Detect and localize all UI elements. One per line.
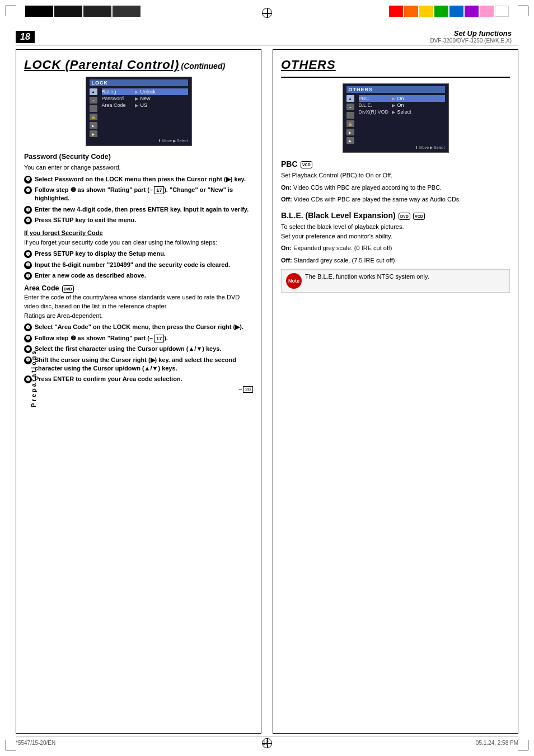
others-row-arrow-divxvod: ▶ [392,110,395,115]
areacode-step-3-text: Select the first character using the Cur… [35,345,222,353]
pbc-heading: PBC [281,159,298,168]
step-num-1: ❶ [24,176,32,184]
bar-pink [480,6,494,17]
pbc-intro: Set Playback Control (PBC) to On or Off. [281,171,510,180]
registration-circle-top [262,8,272,18]
bar-black-1 [25,6,53,17]
footer-right: 05.1.24, 2:58 PM [476,740,518,746]
lock-menu-row-password: Password ▶ New [102,95,188,102]
others-divider [281,77,510,78]
lock-row-arrow-areacode: ▶ [135,103,138,108]
others-menu-icon-2: 📼 [346,104,354,110]
others-row-value-pbc: On [397,96,404,101]
areacode-steps-list: ❶ Select "Area Code" on the LOCK menu, t… [24,323,253,384]
password-step-2-text: Follow step ❷ as shown "Rating" part (–1… [35,186,253,203]
pbc-off-label: Off: [281,196,292,203]
areacode-heading: Area Code [24,284,59,292]
forget-steps-list: ❶ Press SETUP key to display the Setup m… [24,250,253,280]
bar-white [495,6,509,17]
menu-icon-3 [90,105,97,112]
note-icon: Note [286,273,302,289]
password-step-3: ❸ Enter the new 4-digit code, then press… [24,205,253,214]
bar-yellow [419,6,433,17]
password-step-1: ❶ Select Password on the LOCK menu then … [24,175,253,184]
pbc-on-label: On: [281,184,292,191]
areacode-step-num-5: ❺ [24,375,32,383]
forget-step-2-text: Input the 6-digit number "210499" and th… [35,261,230,269]
password-steps-list: ❶ Select Password on the LOCK menu then … [24,175,253,225]
bar-black-3 [83,6,111,17]
ble-heading: B.L.E. (Black Level Expansion) [281,211,396,220]
menu-icon-6: ▶ [90,130,97,137]
lock-menu-header: LOCK [90,79,188,86]
note-text: The B.L.E. function works NTSC system on… [305,273,429,280]
corner-mark-br [518,740,528,750]
password-intro: You can enter or change password. [24,163,253,172]
others-menu-icon-4: 🔒 [346,120,354,127]
color-bars-right [389,6,509,17]
ble-intro: To select the black level of playback pi… [281,222,510,241]
others-menu-row-pbc: PBC ▶ On [359,95,445,102]
ble-off-desc: Standard grey scale. (7.5 IRE cut off) [294,257,395,264]
areacode-step-5-text: Press ENTER to confirm your Area code se… [35,375,182,383]
lock-menu-footer: ⬆ Move ▶ Select [90,139,188,143]
menu-icon-2: 📼 [90,97,97,104]
pbc-off-desc: Video CDs with PBC are played the same w… [294,196,461,203]
lock-menu-row-rating: Rating ▶ Unlock [102,88,188,95]
areacode-step-1-text: Select "Area Code" on the LOCK menu, the… [35,323,243,331]
footer-left: *5547/15-20/EN [16,740,55,746]
corner-mark-bl [6,740,16,750]
bar-blue [449,6,463,17]
areacode-intro: Enter the code of the country/area whose… [24,293,253,321]
ble-on-desc: Expanded grey scale. (0 IRE cut off) [293,245,392,251]
areacode-step-2: ❷ Follow step ❷ as shown "Rating" part (… [24,334,253,343]
others-row-value-ble: On [397,102,404,108]
others-menu-icon-5: ▶ [346,129,354,135]
step-num-2: ❷ [24,186,32,194]
top-divider [16,45,518,45]
areacode-step-3: ❸ Select the first character using the C… [24,345,253,353]
step-num-4: ❹ [24,217,32,224]
others-row-label-divxvod: DivX(R) VOD [359,109,390,115]
others-row-value-divxvod: Select [397,109,411,115]
others-menu-icons: ▲ 📼 🔒 ▶ ▶ [346,95,357,144]
lock-row-value-rating: Unlock [140,89,156,95]
main-content: LOCK (Parental Control) (Continued) LOCK… [16,49,518,734]
step-num-3: ❸ [24,206,32,214]
forget-step-num-1: ❶ [24,250,32,258]
bar-red [389,6,403,17]
lock-title-area: LOCK (Parental Control) (Continued) [24,58,253,72]
areacode-step-num-3: ❸ [24,345,32,353]
ble-dvd-badge: DVD [399,213,410,220]
forget-step-3-text: Enter a new code as described above. [35,271,146,280]
areacode-page-ref: 20 [243,386,253,393]
others-menu-icon-1: ▲ [346,95,354,102]
lock-menu-rows: Rating ▶ Unlock Password ▶ New Area Code… [102,88,188,137]
areacode-step-num-1: ❶ [24,323,32,331]
menu-icon-1: ▲ [90,88,97,95]
menu-icon-4: 🔒 [90,114,97,120]
others-menu-screenshot: OTHERS ▲ 📼 🔒 ▶ ▶ PBC ▶ On [343,83,449,153]
bar-green [434,6,448,17]
footer-center: 18 [263,740,269,746]
lock-continued: (Continued) [181,62,226,71]
page-number: 18 [16,31,35,43]
password-step-1-text: Select Password on the LOCK menu then pr… [35,175,246,184]
others-row-label-ble: B.L.E. [359,102,390,108]
page-footer: *5547/15-20/EN 18 05.1.24, 2:58 PM [16,736,518,746]
lock-row-arrow-password: ▶ [135,96,138,101]
others-menu-row-divxvod: DivX(R) VOD ▶ Select [359,109,445,115]
bar-black-4 [113,6,140,17]
note-box: Note The B.L.E. function works NTSC syst… [281,269,510,293]
ble-heading-area: B.L.E. (Black Level Expansion) DVD VCD [281,211,510,220]
lock-title: LOCK (Parental Control) [24,58,179,72]
others-row-label-pbc: PBC [359,96,390,101]
areacode-step-4-text: Shift the cursor using the Cursor right … [35,356,253,373]
others-title: OTHERS [281,58,336,72]
lock-row-value-areacode: US [140,102,148,108]
others-menu-header: OTHERS [346,86,445,93]
areacode-step-4: ❹ Shift the cursor using the Cursor righ… [24,356,253,373]
lock-menu-screenshot: LOCK ▲ 📼 🔒 ▶ ▶ Rating ▶ Unlock [86,77,192,146]
ble-off-text: Off: Standard grey scale. (7.5 IRE cut o… [281,256,510,265]
others-menu-icon-6: ▶ [346,137,354,144]
